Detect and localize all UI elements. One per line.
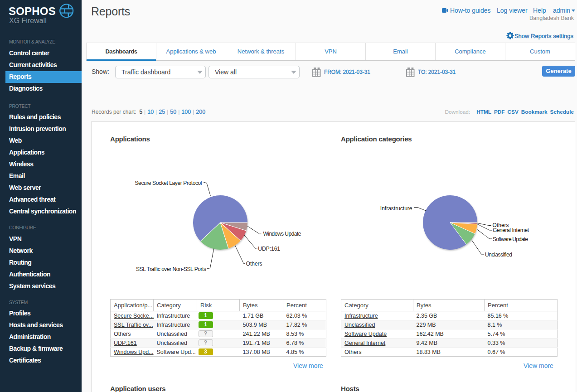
svg-text:UDP:161: UDP:161: [258, 246, 280, 252]
svg-text:SSL Traffic over Non-SSL Ports: SSL Traffic over Non-SSL Ports: [136, 266, 206, 272]
svg-text:Secure Socket Layer Protocol: Secure Socket Layer Protocol: [135, 180, 202, 186]
svg-text:Windows Update: Windows Update: [263, 231, 301, 237]
svg-text:Unclassified: Unclassified: [485, 252, 512, 258]
svg-text:Software Update: Software Update: [493, 236, 528, 242]
svg-text:Others: Others: [246, 261, 262, 267]
svg-text:General Internet: General Internet: [493, 227, 529, 233]
svg-text:Infrastructure: Infrastructure: [380, 205, 412, 212]
